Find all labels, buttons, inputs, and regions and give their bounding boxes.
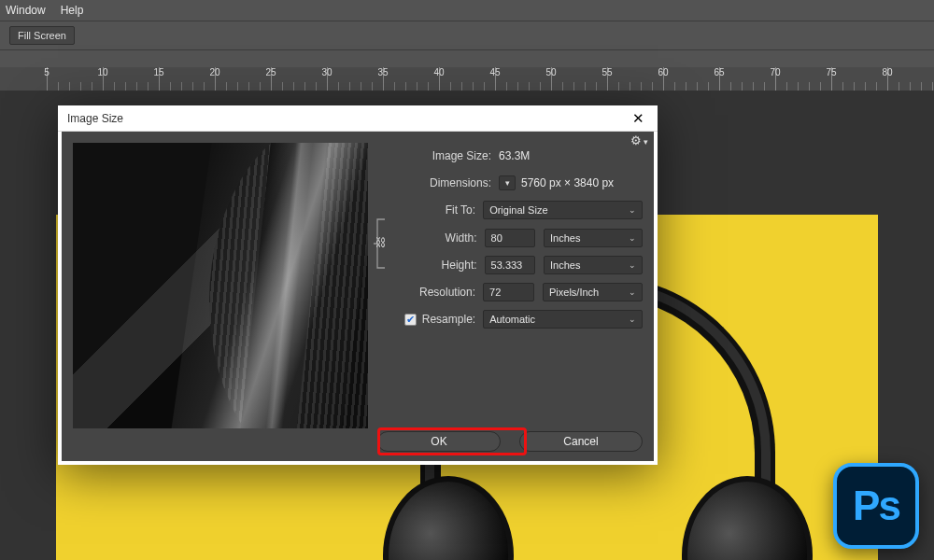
width-unit-select[interactable]: Inches ⌄ <box>544 229 643 247</box>
options-bar: Fill Screen <box>0 21 934 50</box>
chevron-down-icon: ⌄ <box>629 260 636 270</box>
height-unit: Inches <box>550 259 580 271</box>
height-value: 53.333 <box>491 259 523 271</box>
resample-select[interactable]: Automatic ⌄ <box>483 310 643 329</box>
ruler-tick-label: 70 <box>770 67 780 77</box>
chevron-down-icon: ⌄ <box>629 205 636 215</box>
ruler-tick-label: 60 <box>658 67 668 77</box>
dialog-title: Image Size <box>67 112 123 125</box>
ruler-tick-label: 40 <box>433 67 444 77</box>
width-unit: Inches <box>550 232 580 244</box>
image-preview[interactable] <box>73 143 368 428</box>
resolution-unit: Pixels/Inch <box>549 287 599 298</box>
menu-help[interactable]: Help <box>61 4 84 17</box>
resolution-unit-select[interactable]: Pixels/Inch ⌄ <box>543 283 643 301</box>
close-icon[interactable]: ✕ <box>628 108 648 129</box>
dimensions-toggle[interactable]: ▾ <box>499 175 516 190</box>
resample-value: Automatic <box>489 314 535 325</box>
fit-to-value: Original Size <box>489 204 547 216</box>
menu-window[interactable]: Window <box>6 4 46 17</box>
horizontal-ruler: 5101520253035404550556065707580 <box>0 67 934 91</box>
ruler-tick-label: 35 <box>377 67 388 77</box>
height-label: Height: <box>394 259 485 272</box>
width-input[interactable]: 80 <box>485 229 536 247</box>
dialog-titlebar[interactable]: Image Size ✕ <box>58 105 658 132</box>
resample-checkbox[interactable]: ✔ <box>404 314 417 326</box>
fit-to-label: Fit To: <box>377 203 483 217</box>
ruler-tick-label: 5 <box>44 67 50 77</box>
menu-bar: Window Help <box>0 0 934 21</box>
width-value: 80 <box>491 232 502 244</box>
resolution-label: Resolution: <box>377 286 483 299</box>
ruler-tick-label: 15 <box>153 67 163 77</box>
ruler-tick-label: 30 <box>321 67 332 77</box>
ruler-tick-label: 50 <box>545 67 556 77</box>
dimensions-value: 5760 px × 3840 px <box>521 176 614 189</box>
image-size-value: 63.3M <box>499 149 530 162</box>
chevron-down-icon: ⌄ <box>629 233 636 243</box>
ruler-tick-label: 55 <box>601 67 612 77</box>
ruler-tick-label: 20 <box>209 67 219 77</box>
resample-label: Resample: <box>422 313 475 326</box>
fit-to-select[interactable]: Original Size ⌄ <box>483 201 643 219</box>
ruler-tick-label: 65 <box>714 67 724 77</box>
cancel-button[interactable]: Cancel <box>519 431 643 452</box>
link-icon[interactable]: ⛓ <box>375 233 388 252</box>
chevron-down-icon: ⌄ <box>629 287 636 297</box>
dimensions-label: Dimensions: <box>377 176 499 189</box>
photoshop-logo-text: Ps <box>853 483 899 529</box>
resolution-value: 72 <box>489 287 501 298</box>
image-size-label: Image Size: <box>377 149 499 162</box>
image-size-dialog: Image Size ✕ ⚙▾ Image Size: 63.3M Dimens… <box>58 105 658 465</box>
ruler-tick-label: 45 <box>489 67 500 77</box>
photoshop-logo: Ps <box>833 463 919 549</box>
resolution-input[interactable]: 72 <box>483 283 534 301</box>
chevron-down-icon: ▾ <box>505 178 510 188</box>
width-label: Width: <box>394 231 485 245</box>
height-unit-select[interactable]: Inches ⌄ <box>544 256 643 274</box>
ok-button[interactable]: OK <box>377 431 501 452</box>
height-input[interactable]: 53.333 <box>485 256 536 274</box>
ruler-tick-label: 10 <box>97 67 107 77</box>
ruler-tick-label: 80 <box>882 67 892 77</box>
chevron-down-icon: ⌄ <box>629 315 636 324</box>
fill-screen-button[interactable]: Fill Screen <box>9 26 75 45</box>
ruler-tick-label: 25 <box>265 67 276 77</box>
ruler-tick-label: 75 <box>826 67 836 77</box>
